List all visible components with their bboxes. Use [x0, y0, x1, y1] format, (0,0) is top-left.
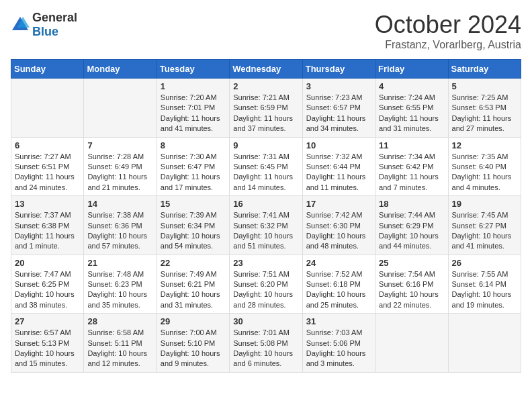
cell-info: Sunrise: 7:24 AM Sunset: 6:55 PM Dayligh… [379, 93, 444, 134]
calendar-cell: 9Sunrise: 7:31 AM Sunset: 6:45 PM Daylig… [230, 137, 302, 196]
cell-info: Sunrise: 6:58 AM Sunset: 5:11 PM Dayligh… [87, 328, 152, 369]
cell-info: Sunrise: 7:38 AM Sunset: 6:36 PM Dayligh… [87, 210, 152, 252]
day-header-saturday: Saturday [448, 60, 521, 79]
day-number: 31 [306, 316, 371, 326]
day-number: 19 [452, 199, 517, 209]
logo-general-text: General [32, 11, 77, 24]
calendar-week-5: 27Sunrise: 6:57 AM Sunset: 5:13 PM Dayli… [11, 314, 521, 373]
cell-info: Sunrise: 7:31 AM Sunset: 6:45 PM Dayligh… [233, 152, 298, 193]
day-number: 23 [233, 258, 298, 268]
day-number: 27 [15, 316, 80, 326]
calendar-cell: 19Sunrise: 7:45 AM Sunset: 6:27 PM Dayli… [448, 196, 521, 255]
calendar-cell: 21Sunrise: 7:48 AM Sunset: 6:23 PM Dayli… [84, 255, 157, 314]
calendar-cell: 22Sunrise: 7:49 AM Sunset: 6:21 PM Dayli… [157, 255, 229, 314]
calendar-cell: 31Sunrise: 7:03 AM Sunset: 5:06 PM Dayli… [302, 314, 375, 373]
day-number: 30 [233, 316, 298, 326]
cell-info: Sunrise: 7:42 AM Sunset: 6:30 PM Dayligh… [306, 210, 371, 252]
day-number: 9 [233, 140, 298, 150]
day-number: 25 [379, 258, 444, 268]
day-header-thursday: Thursday [302, 60, 375, 79]
calendar-cell [448, 314, 521, 373]
location-title: Frastanz, Vorarlberg, Austria [375, 39, 521, 51]
day-number: 26 [452, 258, 517, 268]
calendar-cell: 1Sunrise: 7:20 AM Sunset: 7:01 PM Daylig… [157, 79, 229, 138]
cell-info: Sunrise: 7:39 AM Sunset: 6:34 PM Dayligh… [161, 210, 226, 252]
cell-info: Sunrise: 7:54 AM Sunset: 6:16 PM Dayligh… [379, 269, 444, 311]
cell-info: Sunrise: 7:55 AM Sunset: 6:14 PM Dayligh… [452, 269, 517, 311]
cell-info: Sunrise: 7:00 AM Sunset: 5:10 PM Dayligh… [161, 328, 226, 369]
page-header: General Blue October 2024 Frastanz, Vora… [11, 11, 521, 51]
calendar-week-2: 6Sunrise: 7:27 AM Sunset: 6:51 PM Daylig… [11, 137, 521, 196]
cell-info: Sunrise: 7:49 AM Sunset: 6:21 PM Dayligh… [161, 269, 226, 311]
cell-info: Sunrise: 7:30 AM Sunset: 6:47 PM Dayligh… [161, 152, 226, 193]
logo: General Blue [11, 11, 77, 39]
calendar-cell: 10Sunrise: 7:32 AM Sunset: 6:44 PM Dayli… [302, 137, 375, 196]
calendar-table: SundayMondayTuesdayWednesdayThursdayFrid… [11, 59, 521, 373]
day-number: 10 [306, 140, 371, 150]
calendar-cell: 18Sunrise: 7:44 AM Sunset: 6:29 PM Dayli… [375, 196, 448, 255]
calendar-cell: 16Sunrise: 7:41 AM Sunset: 6:32 PM Dayli… [230, 196, 302, 255]
calendar-cell: 28Sunrise: 6:58 AM Sunset: 5:11 PM Dayli… [84, 314, 157, 373]
cell-info: Sunrise: 7:44 AM Sunset: 6:29 PM Dayligh… [379, 210, 444, 252]
day-number: 6 [15, 140, 80, 150]
day-number: 20 [15, 258, 80, 268]
cell-info: Sunrise: 7:28 AM Sunset: 6:49 PM Dayligh… [87, 152, 152, 193]
calendar-cell: 7Sunrise: 7:28 AM Sunset: 6:49 PM Daylig… [84, 137, 157, 196]
logo-blue-text: Blue [32, 25, 58, 38]
calendar-cell: 26Sunrise: 7:55 AM Sunset: 6:14 PM Dayli… [448, 255, 521, 314]
calendar-cell [11, 79, 84, 138]
calendar-cell: 29Sunrise: 7:00 AM Sunset: 5:10 PM Dayli… [157, 314, 229, 373]
day-header-tuesday: Tuesday [157, 60, 229, 79]
day-number: 5 [452, 81, 517, 91]
day-number: 17 [306, 199, 371, 209]
day-number: 1 [161, 81, 226, 91]
day-number: 2 [233, 81, 298, 91]
cell-info: Sunrise: 7:47 AM Sunset: 6:25 PM Dayligh… [15, 269, 80, 311]
calendar-cell [375, 314, 448, 373]
calendar-cell [84, 79, 157, 138]
calendar-cell: 14Sunrise: 7:38 AM Sunset: 6:36 PM Dayli… [84, 196, 157, 255]
cell-info: Sunrise: 7:25 AM Sunset: 6:53 PM Dayligh… [452, 93, 517, 134]
logo-icon [11, 15, 30, 34]
cell-info: Sunrise: 7:23 AM Sunset: 6:57 PM Dayligh… [306, 93, 371, 134]
day-number: 12 [452, 140, 517, 150]
calendar-cell: 6Sunrise: 7:27 AM Sunset: 6:51 PM Daylig… [11, 137, 84, 196]
day-number: 21 [87, 258, 152, 268]
cell-info: Sunrise: 7:41 AM Sunset: 6:32 PM Dayligh… [233, 210, 298, 252]
calendar-cell: 23Sunrise: 7:51 AM Sunset: 6:20 PM Dayli… [230, 255, 302, 314]
month-title: October 2024 [375, 11, 521, 39]
day-number: 28 [87, 316, 152, 326]
cell-info: Sunrise: 7:20 AM Sunset: 7:01 PM Dayligh… [161, 93, 226, 134]
cell-info: Sunrise: 7:27 AM Sunset: 6:51 PM Dayligh… [15, 152, 80, 193]
calendar-cell: 4Sunrise: 7:24 AM Sunset: 6:55 PM Daylig… [375, 79, 448, 138]
day-header-wednesday: Wednesday [230, 60, 302, 79]
day-header-sunday: Sunday [11, 60, 84, 79]
calendar-cell: 12Sunrise: 7:35 AM Sunset: 6:40 PM Dayli… [448, 137, 521, 196]
day-number: 16 [233, 199, 298, 209]
day-number: 3 [306, 81, 371, 91]
cell-info: Sunrise: 7:52 AM Sunset: 6:18 PM Dayligh… [306, 269, 371, 311]
cell-info: Sunrise: 7:45 AM Sunset: 6:27 PM Dayligh… [452, 210, 517, 252]
day-number: 29 [161, 316, 226, 326]
day-header-monday: Monday [84, 60, 157, 79]
day-number: 24 [306, 258, 371, 268]
calendar-cell: 3Sunrise: 7:23 AM Sunset: 6:57 PM Daylig… [302, 79, 375, 138]
cell-info: Sunrise: 7:32 AM Sunset: 6:44 PM Dayligh… [306, 152, 371, 193]
cell-info: Sunrise: 7:35 AM Sunset: 6:40 PM Dayligh… [452, 152, 517, 193]
calendar-cell: 15Sunrise: 7:39 AM Sunset: 6:34 PM Dayli… [157, 196, 229, 255]
day-number: 4 [379, 81, 444, 91]
day-number: 14 [87, 199, 152, 209]
calendar-cell: 25Sunrise: 7:54 AM Sunset: 6:16 PM Dayli… [375, 255, 448, 314]
cell-info: Sunrise: 7:34 AM Sunset: 6:42 PM Dayligh… [379, 152, 444, 193]
day-number: 13 [15, 199, 80, 209]
calendar-cell: 30Sunrise: 7:01 AM Sunset: 5:08 PM Dayli… [230, 314, 302, 373]
cell-info: Sunrise: 7:51 AM Sunset: 6:20 PM Dayligh… [233, 269, 298, 311]
calendar-cell: 17Sunrise: 7:42 AM Sunset: 6:30 PM Dayli… [302, 196, 375, 255]
calendar-cell: 20Sunrise: 7:47 AM Sunset: 6:25 PM Dayli… [11, 255, 84, 314]
day-number: 22 [161, 258, 226, 268]
calendar-cell: 11Sunrise: 7:34 AM Sunset: 6:42 PM Dayli… [375, 137, 448, 196]
cell-info: Sunrise: 7:03 AM Sunset: 5:06 PM Dayligh… [306, 328, 371, 369]
day-number: 8 [161, 140, 226, 150]
title-block: October 2024 Frastanz, Vorarlberg, Austr… [375, 11, 521, 51]
calendar-cell: 5Sunrise: 7:25 AM Sunset: 6:53 PM Daylig… [448, 79, 521, 138]
